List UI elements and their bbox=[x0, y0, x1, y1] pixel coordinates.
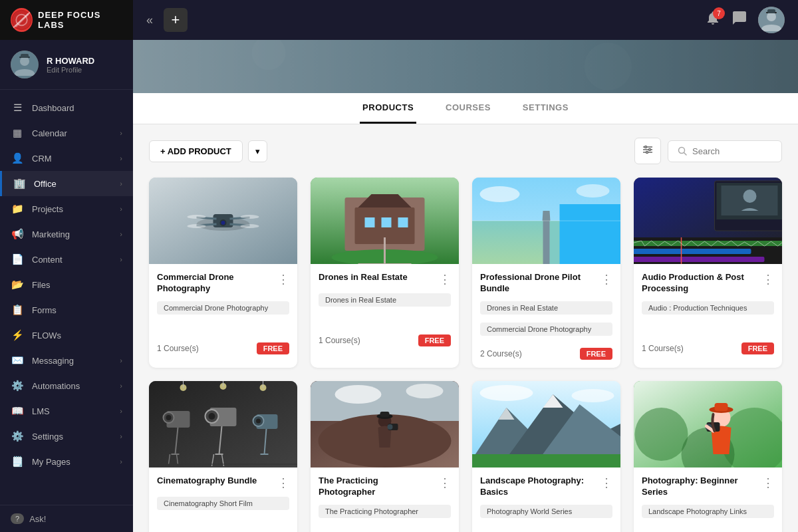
filter-button[interactable] bbox=[634, 138, 661, 164]
sidebar-item-messaging[interactable]: ✉️ Messaging › bbox=[0, 348, 133, 373]
product-title: Commercial Drone Photography bbox=[157, 272, 272, 295]
svg-point-29 bbox=[188, 215, 206, 219]
svg-rect-97 bbox=[380, 412, 390, 417]
tags-list: Landscape Photography Links bbox=[642, 505, 774, 532]
tags-list: Cinematography Short Film bbox=[157, 497, 289, 530]
product-menu-button[interactable]: ⋮ bbox=[434, 475, 451, 490]
toolbar-left: + ADD PRODUCT ▾ bbox=[149, 140, 267, 162]
svg-rect-58 bbox=[634, 249, 751, 254]
sidebar-item-calendar[interactable]: ▦ Calendar › bbox=[0, 120, 133, 146]
product-card-drones-real-estate[interactable]: Drones in Real Estate ⋮ Drones in Real E… bbox=[311, 178, 459, 368]
svg-rect-113 bbox=[715, 403, 728, 411]
product-menu-button[interactable]: ⋮ bbox=[595, 475, 612, 490]
toolbar: + ADD PRODUCT ▾ bbox=[149, 138, 782, 164]
sidebar-item-marketing[interactable]: 📢 Marketing › bbox=[0, 221, 133, 247]
product-image bbox=[149, 178, 297, 264]
product-image bbox=[634, 381, 782, 467]
svg-point-30 bbox=[241, 215, 259, 219]
product-menu-button[interactable]: ⋮ bbox=[272, 272, 289, 287]
product-card-audio-production[interactable]: Audio Production & Post Processing ⋮ Aud… bbox=[634, 178, 782, 368]
sidebar-item-mypages[interactable]: 🗒️ My Pages › bbox=[0, 449, 133, 474]
product-title: Audio Production & Post Processing bbox=[642, 272, 757, 295]
sidebar-item-projects[interactable]: 📁 Projects › bbox=[0, 196, 133, 221]
profile-avatar[interactable] bbox=[758, 7, 785, 33]
product-card-commercial-drone[interactable]: Commercial Drone Photography ⋮ Commercia… bbox=[149, 178, 297, 368]
card-header: The Practicing Photographer ⋮ bbox=[319, 475, 451, 498]
tags-list: Drones in Real EstateCommercial Drone Ph… bbox=[480, 301, 612, 340]
ask-label: Ask! bbox=[29, 514, 46, 524]
card-header: Commercial Drone Photography ⋮ bbox=[157, 272, 289, 295]
svg-point-108 bbox=[635, 408, 688, 461]
svg-point-19 bbox=[646, 152, 648, 154]
sidebar-item-label: Projects bbox=[32, 204, 63, 214]
sidebar-item-label: Dashboard bbox=[32, 103, 74, 113]
sidebar-item-settings[interactable]: ⚙️ Settings › bbox=[0, 424, 133, 449]
sidebar-logo: DEEP FOCUS LABS bbox=[0, 0, 133, 40]
sidebar-item-flows[interactable]: ⚡ FLOWs bbox=[0, 323, 133, 348]
svg-point-13 bbox=[585, 43, 632, 90]
card-footer: 1 Course(s) FREE bbox=[319, 334, 451, 346]
messages-button[interactable] bbox=[732, 10, 747, 30]
product-menu-button[interactable]: ⋮ bbox=[595, 272, 612, 287]
free-badge: FREE bbox=[741, 342, 774, 354]
collapse-sidebar-button[interactable]: « bbox=[146, 13, 153, 27]
course-count: 1 Course(s) bbox=[319, 336, 360, 345]
product-title: Drones in Real Estate bbox=[319, 272, 434, 283]
settings-icon: ⚙️ bbox=[11, 430, 24, 442]
product-menu-button[interactable]: ⋮ bbox=[757, 272, 774, 287]
sidebar-item-dashboard[interactable]: ☰ Dashboard bbox=[0, 95, 133, 120]
content-icon: 📄 bbox=[11, 253, 24, 265]
search-input[interactable] bbox=[692, 146, 772, 156]
product-card-professional-drone[interactable]: Professional Drone Pilot Bundle ⋮ Drones… bbox=[472, 178, 620, 368]
calendar-icon: ▦ bbox=[11, 127, 24, 139]
ask-badge-icon: ? bbox=[11, 513, 24, 524]
product-tag: Commercial Drone Photography bbox=[157, 301, 289, 315]
sidebar-item-content[interactable]: 📄 Content › bbox=[0, 247, 133, 272]
card-footer: 1 Course(s) FREE bbox=[157, 342, 289, 354]
product-menu-button[interactable]: ⋮ bbox=[434, 272, 451, 287]
add-product-button[interactable]: + ADD PRODUCT bbox=[149, 140, 243, 162]
ask-button[interactable]: ? Ask! bbox=[0, 505, 133, 532]
nav-items: ☰ Dashboard ▦ Calendar › 👤 CRM › 🏢 Offic… bbox=[0, 90, 133, 505]
svg-line-21 bbox=[684, 153, 687, 156]
free-badge: FREE bbox=[580, 348, 612, 360]
chevron-right-icon: › bbox=[120, 129, 122, 137]
product-tag: Landscape Photography Links bbox=[642, 505, 774, 518]
product-menu-button[interactable]: ⋮ bbox=[757, 475, 774, 490]
product-card-cinematography-bundle[interactable]: Cinematography Bundle ⋮ Cinematography S… bbox=[149, 381, 297, 532]
product-card-photography-beginner[interactable]: Photography: Beginner Series ⋮ Landscape… bbox=[634, 381, 782, 532]
product-image-svg bbox=[149, 178, 297, 264]
chevron-right-icon: › bbox=[120, 356, 122, 364]
product-image-svg bbox=[472, 178, 620, 264]
sidebar-item-automations[interactable]: ⚙️ Automations › bbox=[0, 373, 133, 398]
product-card-practicing-photographer[interactable]: The Practicing Photographer ⋮ The Practi… bbox=[311, 381, 459, 532]
tab-products[interactable]: PRODUCTS bbox=[360, 93, 416, 124]
sidebar-item-files[interactable]: 📂 Files bbox=[0, 272, 133, 297]
product-tag: Drones in Real Estate bbox=[480, 301, 612, 315]
product-image-svg bbox=[311, 381, 459, 467]
card-header: Audio Production & Post Processing ⋮ bbox=[642, 272, 774, 295]
product-image-svg bbox=[149, 381, 297, 467]
product-menu-button[interactable]: ⋮ bbox=[272, 475, 289, 490]
notifications-button[interactable]: 7 bbox=[705, 10, 721, 30]
search-icon bbox=[678, 146, 687, 156]
sidebar-item-lms[interactable]: 📖 LMS › bbox=[0, 398, 133, 424]
product-card-landscape-photography[interactable]: Landscape Photography: Basics ⋮ Photogra… bbox=[472, 381, 620, 532]
product-image bbox=[149, 381, 297, 467]
add-button[interactable]: + bbox=[164, 8, 188, 32]
chevron-right-icon: › bbox=[120, 205, 122, 213]
chevron-right-icon: › bbox=[120, 432, 122, 440]
product-image-svg bbox=[634, 178, 782, 264]
product-image-svg bbox=[634, 381, 782, 467]
sidebar-item-forms[interactable]: 📋 Forms bbox=[0, 297, 133, 323]
dropdown-button[interactable]: ▾ bbox=[248, 140, 267, 162]
sidebar-item-office[interactable]: 🏢 Office › bbox=[0, 171, 133, 196]
tab-settings[interactable]: SETTINGS bbox=[520, 93, 571, 124]
tab-courses[interactable]: COURSES bbox=[443, 93, 493, 124]
card-header: Cinematography Bundle ⋮ bbox=[157, 475, 289, 490]
edit-profile-link[interactable]: Edit Profile bbox=[47, 66, 94, 74]
svg-point-17 bbox=[645, 146, 647, 148]
svg-point-34 bbox=[221, 221, 225, 225]
svg-point-55 bbox=[743, 190, 757, 203]
sidebar-item-crm[interactable]: 👤 CRM › bbox=[0, 146, 133, 171]
